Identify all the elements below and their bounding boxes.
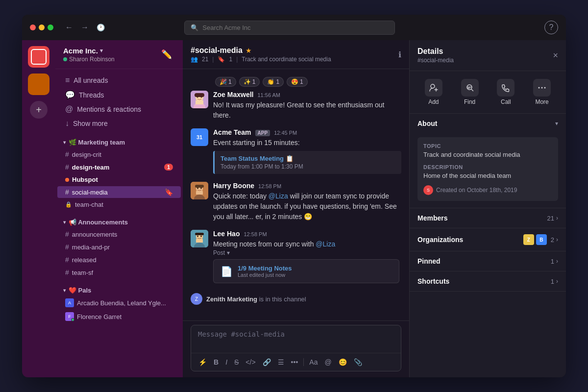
hash-icon: #: [65, 243, 69, 251]
format-list-button[interactable]: ☰: [275, 356, 287, 368]
user-name: Sharon Robinson: [69, 56, 115, 63]
sidebar-item-all-unreads[interactable]: ≡ All unreads: [57, 74, 181, 87]
message-text-zoe: No! It was my pleasure! Great to see the…: [213, 100, 401, 121]
sidebar-item-show-more[interactable]: ↓ Show more: [57, 117, 181, 130]
channel-title: #social-media ★: [191, 46, 331, 55]
channel-description: Track and coordinate social media: [242, 56, 331, 63]
pinned-header[interactable]: Pinned 1 ›: [410, 251, 566, 271]
message-content-acme: Acme Team APP 12:45 PM Event starting in…: [213, 128, 401, 174]
emoji-button[interactable]: 😊: [336, 356, 349, 368]
details-subtitle: #social-media: [417, 57, 454, 64]
sidebar-icon-orange[interactable]: [28, 74, 49, 95]
search-bar[interactable]: 🔍: [184, 21, 395, 35]
sidebar-item-threads[interactable]: 💬 Threads: [57, 88, 181, 102]
sidebar-nav: Acme Inc. ▾ Sharon Robinson ✏️ ≡ All unr…: [55, 40, 183, 377]
message-lee: Lee Hao 12:58 PM Meeting notes from our …: [191, 230, 401, 283]
format-lightning-button[interactable]: ⚡: [196, 356, 209, 368]
channel-announcements[interactable]: # announcements: [57, 228, 181, 240]
message-content-harry: Harry Boone 12:58 PM Quick note: today @…: [213, 182, 401, 222]
history-button[interactable]: 🕐: [95, 21, 107, 34]
star-icon[interactable]: ★: [245, 47, 252, 54]
toolbar-separator: [303, 358, 304, 366]
shortcuts-title: Shortcuts: [417, 277, 449, 285]
format-italic-button[interactable]: I: [223, 356, 230, 368]
channel-design-team[interactable]: # design-team 1: [57, 161, 181, 173]
channel-media-and-pr[interactable]: # media-and-pr: [57, 241, 181, 253]
format-link-button[interactable]: 🔗: [260, 356, 273, 368]
add-workspace-button[interactable]: +: [30, 101, 48, 119]
channel-team-chat[interactable]: 🔒 team-chat: [57, 199, 181, 210]
format-strike-button[interactable]: S: [232, 356, 241, 368]
attach-button[interactable]: 📎: [351, 356, 365, 368]
forward-button[interactable]: →: [79, 21, 91, 34]
workspace-avatar[interactable]: [28, 46, 49, 68]
event-card[interactable]: Team Status Meeting 📋 Today from 1:00 PM…: [213, 151, 401, 174]
messages-area[interactable]: 🎉 1 ✨ 1 👏 1 😍 1: [183, 69, 409, 320]
svg-rect-17: [196, 239, 203, 243]
call-icon: [497, 79, 514, 97]
format-more-button[interactable]: •••: [289, 356, 301, 368]
event-time: Today from 1:00 PM to 1:30 PM: [220, 163, 395, 170]
reaction-sparkles[interactable]: ✨ 1: [239, 77, 260, 87]
message-header-lee: Lee Hao 12:58 PM: [213, 230, 401, 238]
workspace-name[interactable]: Acme Inc. ▾: [63, 47, 115, 55]
channel-design-crit[interactable]: # design-crit: [57, 148, 181, 160]
svg-rect-20: [195, 233, 204, 235]
sidebar-item-mentions[interactable]: @ Mentions & reactions: [57, 102, 181, 116]
section-marketing[interactable]: ▾ 🌿 Marketing team: [55, 135, 183, 148]
format-code-button[interactable]: </>: [243, 356, 258, 368]
channel-name: team-chat: [75, 201, 103, 208]
details-close-button[interactable]: ×: [553, 50, 558, 61]
hubspot-dot-icon: [65, 178, 69, 182]
post-attachment[interactable]: 📄 1/9 Meeting Notes Last edited just now: [213, 259, 399, 283]
search-input[interactable]: [202, 24, 389, 31]
system-message: Z Zenith Marketing is in this channel: [191, 291, 401, 307]
channel-name: announcements: [72, 231, 118, 238]
members-header[interactable]: Members 21 ›: [410, 208, 566, 228]
section-announcements[interactable]: ▾ 📢 Announcements: [55, 215, 183, 228]
organizations-header[interactable]: Organizations Z B 2 ›: [410, 228, 566, 251]
reaction-heart-eyes[interactable]: 😍 1: [287, 77, 308, 87]
action-call[interactable]: Call: [490, 79, 522, 105]
minimize-traffic-light[interactable]: [39, 24, 45, 30]
channel-team-sf[interactable]: # team-sf: [57, 267, 181, 278]
mention-liza[interactable]: @Liza: [269, 192, 288, 200]
hash-icon: #: [65, 230, 69, 238]
reaction-clap[interactable]: 👏 1: [263, 77, 284, 87]
members-chevron: ›: [556, 215, 558, 221]
section-pals[interactable]: ▾ ❤️ Pals: [55, 283, 183, 296]
format-bold-button[interactable]: B: [211, 356, 221, 368]
message-input[interactable]: [191, 325, 401, 351]
format-text-button[interactable]: Aa: [307, 356, 320, 368]
org-badge-z: Z: [523, 234, 534, 245]
post-file-icon: 📄: [220, 266, 233, 277]
svg-rect-10: [196, 191, 203, 195]
mention-button[interactable]: @: [322, 356, 334, 368]
dm-arcadio[interactable]: A Arcadio Buendia, Leland Ygle...: [57, 296, 181, 309]
action-more[interactable]: More: [526, 79, 558, 105]
search-icon: 🔍: [191, 24, 198, 31]
svg-rect-23: [467, 87, 471, 88]
compose-button[interactable]: ✏️: [158, 46, 175, 63]
org-title: Organizations: [417, 236, 463, 244]
action-add[interactable]: Add: [417, 79, 450, 105]
action-find[interactable]: Find: [454, 79, 486, 105]
fullscreen-traffic-light[interactable]: [48, 24, 53, 30]
pinned-count: 1 ›: [551, 258, 558, 265]
channel-badge: 1: [164, 164, 173, 171]
help-button[interactable]: ?: [544, 21, 558, 34]
channel-hubspot[interactable]: Hubspot: [57, 174, 181, 185]
about-header[interactable]: About ▾: [410, 114, 566, 133]
message-header-harry: Harry Boone 12:58 PM: [213, 182, 401, 190]
channel-social-media[interactable]: # social-media 🔖: [57, 186, 181, 198]
hash-icon: #: [65, 256, 69, 264]
dm-florence[interactable]: F Florence Garret: [57, 310, 181, 323]
mention-liza2[interactable]: @Liza: [316, 240, 335, 248]
info-button[interactable]: ℹ: [398, 50, 401, 59]
channel-released[interactable]: # released: [57, 254, 181, 266]
close-traffic-light[interactable]: [30, 24, 36, 30]
reaction-party[interactable]: 🎉 1: [215, 77, 236, 87]
message-input-box: ⚡ B I S </> 🔗 ☰ ••• Aa @ 😊 📎: [191, 325, 401, 371]
shortcuts-header[interactable]: Shortcuts 1 ›: [410, 271, 566, 291]
back-button[interactable]: ←: [63, 21, 75, 34]
